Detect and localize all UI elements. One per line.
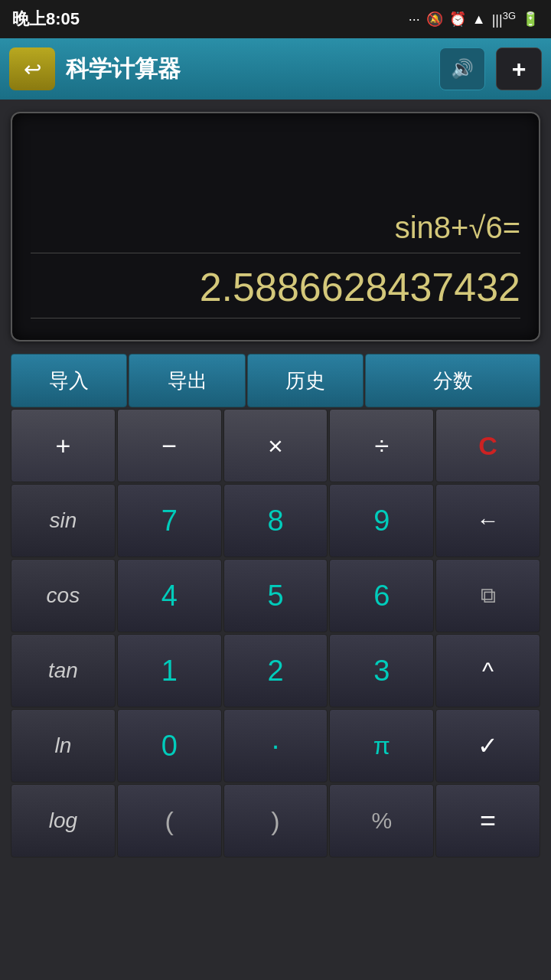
copy-button[interactable]: ⧉	[435, 559, 540, 632]
pi-button[interactable]: π	[329, 709, 434, 782]
three-button[interactable]: 3	[329, 634, 434, 707]
buttons-area: 导入 导出 历史 分数 + − × ÷ C sin 7 8 9 ← cos 4 …	[11, 354, 540, 858]
alarm-icon: ⏰	[449, 11, 466, 28]
divide-button[interactable]: ÷	[329, 409, 434, 482]
four-button[interactable]: 4	[117, 559, 222, 632]
back-icon: ↩	[24, 57, 41, 82]
mute-icon: 🔕	[426, 11, 443, 28]
equals-button[interactable]: =	[435, 784, 540, 858]
checkmark-icon: ✓	[478, 731, 498, 760]
backspace-icon: ←	[477, 508, 500, 534]
open-paren-button[interactable]: (	[117, 784, 222, 858]
seven-button[interactable]: 7	[117, 484, 222, 557]
import-label: 导入	[49, 368, 89, 394]
status-icons: ··· 🔕 ⏰ ▲ |||3G 🔋	[409, 10, 539, 28]
status-time: 晚上8:05	[12, 8, 80, 31]
display-area: sin8+√6= 2.5886628437432	[11, 112, 540, 341]
zero-button[interactable]: 0	[117, 709, 222, 782]
app-title: 科学计算器	[66, 54, 429, 85]
two-button[interactable]: 2	[223, 634, 328, 707]
six-button[interactable]: 6	[329, 559, 434, 632]
copy-icon: ⧉	[481, 583, 496, 609]
add-button[interactable]: +	[496, 47, 542, 90]
back-button[interactable]: ↩	[9, 47, 55, 90]
clear-button[interactable]: C	[435, 409, 540, 482]
export-label: 导出	[168, 368, 207, 394]
history-button[interactable]: 历史	[247, 354, 364, 407]
title-bar: ↩ 科学计算器 🔊 +	[0, 38, 551, 100]
status-bar: 晚上8:05 ··· 🔕 ⏰ ▲ |||3G 🔋	[0, 0, 551, 38]
nine-button[interactable]: 9	[329, 484, 434, 557]
cos-button[interactable]: cos	[11, 559, 116, 632]
one-button[interactable]: 1	[117, 634, 222, 707]
five-button[interactable]: 5	[223, 559, 328, 632]
power-button[interactable]: ^	[435, 634, 540, 707]
signal-dots-icon: ···	[409, 11, 420, 28]
expression-display: sin8+√6=	[31, 211, 520, 253]
wifi-icon: ▲	[472, 11, 486, 28]
signal-bars-icon: |||3G	[492, 10, 516, 28]
close-paren-button[interactable]: )	[223, 784, 328, 858]
tan-button[interactable]: tan	[11, 634, 116, 707]
percent-button[interactable]: %	[329, 784, 434, 858]
sin-button[interactable]: sin	[11, 484, 116, 557]
dot-button[interactable]: ·	[223, 709, 328, 782]
minus-button[interactable]: −	[117, 409, 222, 482]
sound-button[interactable]: 🔊	[439, 47, 485, 90]
eight-button[interactable]: 8	[223, 484, 328, 557]
menu-row: 导入 导出 历史 分数	[11, 354, 540, 407]
calc-grid: + − × ÷ C sin 7 8 9 ← cos 4 5 6 ⧉ tan 1 …	[11, 409, 540, 858]
confirm-button[interactable]: ✓	[435, 709, 540, 782]
log-button[interactable]: log	[11, 784, 116, 858]
add-icon: +	[512, 55, 527, 83]
fraction-label: 分数	[433, 368, 473, 394]
export-button[interactable]: 导出	[129, 354, 245, 407]
plus-button[interactable]: +	[11, 409, 116, 482]
multiply-button[interactable]: ×	[223, 409, 328, 482]
backspace-button[interactable]: ←	[435, 484, 540, 557]
import-button[interactable]: 导入	[11, 354, 127, 407]
fraction-button[interactable]: 分数	[365, 354, 540, 407]
history-label: 历史	[285, 368, 325, 394]
ln-button[interactable]: ln	[11, 709, 116, 782]
battery-icon: 🔋	[522, 11, 539, 28]
result-display: 2.5886628437432	[31, 264, 520, 318]
sound-icon: 🔊	[451, 58, 474, 80]
